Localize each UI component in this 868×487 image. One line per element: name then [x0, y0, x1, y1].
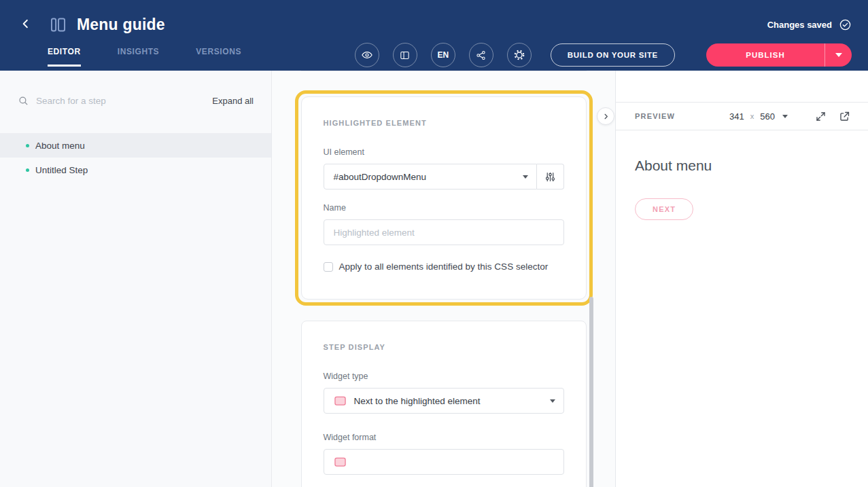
- preview-height-value: 560: [760, 111, 775, 122]
- language-label: EN: [438, 50, 449, 60]
- build-on-site-button[interactable]: BUILD ON YOUR SITE: [551, 43, 675, 67]
- highlighted-element-card: HIGHLIGHTED ELEMENT UI element #aboutDro…: [301, 96, 587, 300]
- card-partial-top: [301, 71, 587, 71]
- expand-all-link[interactable]: Expand all: [212, 96, 254, 106]
- tab-versions[interactable]: VERSIONS: [196, 39, 241, 67]
- step-status-dot: [26, 168, 29, 172]
- header-actions: EN BUILD ON YOUR SITE PUBLISH: [355, 43, 852, 67]
- widget-format-icon: [334, 456, 347, 468]
- language-button[interactable]: EN: [431, 43, 455, 67]
- ui-element-group: #aboutDropdownMenu: [324, 164, 564, 190]
- fullscreen-button[interactable]: [815, 111, 827, 122]
- name-label: Name: [324, 203, 564, 213]
- share-button[interactable]: [469, 43, 493, 67]
- steps-sidebar: Expand all About menu Untitled Step: [0, 71, 272, 487]
- header-title-row: Menu guide Changes saved: [0, 0, 868, 39]
- editor-scrollbar[interactable]: [589, 297, 593, 487]
- ui-element-value: #aboutDropdownMenu: [334, 172, 427, 182]
- sliders-icon: [544, 171, 556, 183]
- section-title: HIGHLIGHTED ELEMENT: [324, 119, 564, 127]
- step-display-card: STEP DISPLAY Widget type Next to the hig…: [301, 321, 587, 487]
- eye-icon: [361, 49, 373, 61]
- expand-icon: [815, 111, 827, 122]
- widget-type-label: Widget type: [324, 372, 564, 381]
- open-external-button[interactable]: [839, 111, 850, 122]
- element-name-input[interactable]: [324, 219, 564, 245]
- widget-format-group: [324, 449, 564, 475]
- widget-format-select[interactable]: [324, 449, 564, 475]
- chevron-down-icon: [523, 175, 528, 179]
- settings-button[interactable]: [507, 43, 532, 67]
- preview-panel: PREVIEW 341 x 560: [615, 71, 868, 487]
- search-icon: [18, 95, 29, 107]
- chevron-right-icon: [602, 113, 610, 120]
- share-icon: [475, 50, 487, 61]
- preview-size-separator: x: [750, 112, 754, 120]
- selector-settings-button[interactable]: [537, 164, 564, 190]
- changes-saved-status: Changes saved: [767, 20, 832, 30]
- apply-all-label: Apply to all elements identified by this…: [339, 261, 549, 272]
- step-list: About menu Untitled Step: [0, 133, 271, 182]
- theme-layout-button[interactable]: [393, 43, 417, 67]
- highlight-ring: HIGHLIGHTED ELEMENT UI element #aboutDro…: [295, 90, 593, 306]
- widget-tooltip-icon: [334, 395, 347, 407]
- publish-options-button[interactable]: [824, 43, 852, 67]
- preview-header-icons: [815, 111, 850, 122]
- step-status-dot: [26, 144, 29, 147]
- chevron-down-icon: [782, 115, 788, 118]
- widget-type-group: Next to the highlighted element: [324, 388, 564, 414]
- widget-format-label: Widget format: [324, 433, 564, 442]
- widget-type-select[interactable]: Next to the highlighted element: [324, 388, 564, 414]
- publish-split-button: PUBLISH: [706, 43, 852, 67]
- preview-body: About menu NEXT: [616, 158, 868, 220]
- preview-eye-button[interactable]: [355, 43, 379, 67]
- chevron-left-icon: [20, 18, 32, 32]
- apply-all-row: Apply to all elements identified by this…: [324, 261, 564, 272]
- chevron-down-icon: [835, 53, 842, 57]
- back-button[interactable]: [16, 15, 35, 34]
- preview-step-title: About menu: [635, 158, 849, 174]
- preview-panel-title: PREVIEW: [635, 112, 675, 120]
- preview-width-value: 341: [729, 111, 744, 122]
- widget-type-value: Next to the highlighted element: [354, 396, 481, 406]
- chevron-down-icon: [550, 399, 555, 403]
- step-item-untitled[interactable]: Untitled Step: [0, 158, 271, 182]
- step-label: Untitled Step: [35, 165, 88, 175]
- step-item-about-menu[interactable]: About menu: [0, 133, 271, 158]
- ui-element-label: UI element: [324, 147, 564, 157]
- app-root: Menu guide Changes saved EDITOR INSIGHTS…: [0, 0, 868, 487]
- section-title: STEP DISPLAY: [324, 343, 564, 351]
- gear-icon: [513, 49, 525, 61]
- preview-size-dropdown[interactable]: 341 x 560: [729, 111, 788, 122]
- preview-next-button[interactable]: NEXT: [635, 198, 693, 220]
- search-input[interactable]: [36, 96, 205, 106]
- publish-button[interactable]: PUBLISH: [706, 43, 824, 67]
- tab-editor[interactable]: EDITOR: [48, 39, 81, 67]
- guide-title: Menu guide: [77, 16, 165, 34]
- top-bar: Menu guide Changes saved EDITOR INSIGHTS…: [0, 0, 868, 71]
- tab-insights[interactable]: INSIGHTS: [118, 39, 159, 67]
- ui-element-select[interactable]: #aboutDropdownMenu: [324, 164, 537, 190]
- layout-icon: [399, 50, 411, 61]
- step-settings-column: HIGHLIGHTED ELEMENT UI element #aboutDro…: [272, 71, 615, 487]
- preview-header: PREVIEW 341 x 560: [616, 102, 868, 130]
- step-search-row: Expand all: [0, 91, 271, 110]
- step-label: About menu: [35, 141, 85, 151]
- header-toolbar-row: EDITOR INSIGHTS VERSIONS EN: [0, 39, 868, 71]
- collapse-panel-button[interactable]: [597, 107, 614, 125]
- content-area: Expand all About menu Untitled Step HI: [0, 71, 868, 487]
- saved-check-icon: [839, 18, 852, 31]
- editor-tabs: EDITOR INSIGHTS VERSIONS: [48, 39, 241, 71]
- external-link-icon: [839, 111, 850, 122]
- guide-type-icon: [49, 16, 67, 34]
- apply-all-checkbox[interactable]: [324, 262, 333, 272]
